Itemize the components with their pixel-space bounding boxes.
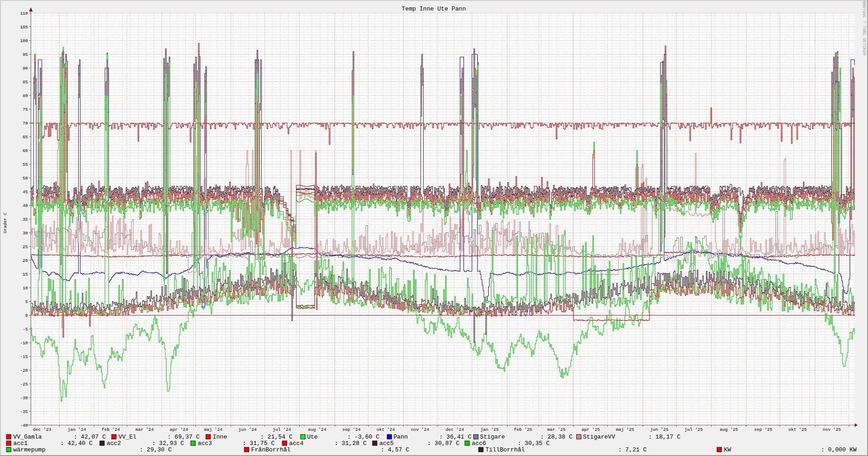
svg-text:feb '24: feb '24 [102,427,120,432]
svg-text:40: 40 [23,203,28,208]
svg-text:90: 90 [23,66,28,71]
svg-text:-30: -30 [20,396,28,401]
svg-text:25: 25 [23,244,28,250]
svg-text:: 7,21 C: : 7,21 C [618,446,647,453]
svg-text:-40: -40 [20,423,28,428]
svg-text:110: 110 [20,11,28,16]
svg-text:: 32,93 C: : 32,93 C [152,440,184,447]
svg-text:Grader C: Grader C [3,212,8,233]
svg-text:maj '25: maj '25 [616,427,634,432]
svg-text:Stigare: Stigare [480,434,505,440]
svg-text:: 30,35 C: : 30,35 C [518,440,550,447]
svg-text:acc4: acc4 [289,440,303,447]
svg-text:Temp Inne Ute Pann: Temp Inne Ute Pann [402,5,466,12]
svg-text:: 42,40 C: : 42,40 C [60,440,92,447]
svg-text:aug '25: aug '25 [720,427,738,432]
svg-text:Pann: Pann [394,434,408,440]
svg-text:Inne: Inne [213,434,227,440]
svg-text:jul '24: jul '24 [273,427,291,432]
svg-text:: 29,30 C: : 29,30 C [140,446,172,453]
svg-text:VV_Gamla: VV_Gamla [13,434,42,440]
svg-text:maj '24: maj '24 [204,427,222,432]
svg-text:acc1: acc1 [13,440,27,447]
svg-text:KW: KW [724,446,731,453]
svg-text:sep '24: sep '24 [342,427,361,432]
svg-text:RRDTOOL / TOBI OETIKER: RRDTOOL / TOBI OETIKER [862,1,866,55]
svg-text:100: 100 [20,38,28,43]
svg-text:95: 95 [23,52,28,57]
svg-text:acc6: acc6 [472,440,486,447]
svg-text:apr '24: apr '24 [170,427,188,432]
svg-text:sep '25: sep '25 [754,427,772,432]
svg-text:jun '25: jun '25 [650,427,669,432]
svg-text:: 4,57 C: : 4,57 C [381,446,410,453]
svg-text:acc3: acc3 [198,440,212,447]
svg-text:feb '25: feb '25 [514,427,532,432]
svg-text:: 36,41 C: : 36,41 C [439,434,471,440]
svg-text:Ute: Ute [307,434,318,440]
svg-text:okt '24: okt '24 [377,427,395,432]
svg-text:65: 65 [23,135,28,140]
svg-text:VV_El: VV_El [119,434,136,440]
svg-text:: 0,000 KW: : 0,000 KW [821,446,857,453]
svg-text:80: 80 [23,93,28,98]
svg-text:: 30,87 C: : 30,87 C [427,440,459,447]
svg-text:: 31,75 C: : 31,75 C [243,440,275,447]
svg-text:: 21,54 C: : 21,54 C [260,434,292,440]
svg-text:FrånBorrhål: FrånBorrhål [251,446,291,453]
svg-text:-20: -20 [20,368,28,373]
svg-text:55: 55 [23,162,28,167]
svg-text:-35: -35 [20,409,28,414]
svg-text:20: 20 [23,258,28,263]
svg-text:mar '24: mar '24 [135,427,154,432]
svg-text:: 18,17 C: : 18,17 C [648,434,680,440]
svg-text:TillBorrhål: TillBorrhål [485,446,525,453]
svg-text:50: 50 [23,176,28,181]
svg-text:15: 15 [23,272,28,277]
svg-text:jun '24: jun '24 [238,427,257,432]
svg-text:: 31,28 C: : 31,28 C [334,440,367,447]
svg-text:nov '25: nov '25 [823,427,841,432]
svg-text:okt '25: okt '25 [788,427,807,432]
svg-text:-15: -15 [20,354,28,359]
svg-text:jan '25: jan '25 [480,427,499,432]
svg-text:acc2: acc2 [107,440,121,447]
svg-text:: 42,07 C: : 42,07 C [74,434,106,440]
svg-text:: -3,60 C: : -3,60 C [347,434,379,440]
svg-text:aug '24: aug '24 [308,427,326,432]
svg-text:5: 5 [25,299,28,304]
svg-text:nov '24: nov '24 [411,427,429,432]
svg-text:60: 60 [23,148,28,153]
svg-text:StigareVV: StigareVV [583,434,615,440]
svg-text:35: 35 [23,217,28,222]
svg-text:0: 0 [25,313,28,318]
svg-text:105: 105 [20,25,28,30]
svg-text:: 69,37 C: : 69,37 C [167,434,199,440]
svg-text:-25: -25 [20,382,28,387]
svg-text:85: 85 [23,80,28,85]
svg-text:-10: -10 [20,341,28,346]
svg-text:-5: -5 [23,327,28,332]
svg-text:45: 45 [23,190,28,195]
svg-text:apr '25: apr '25 [582,427,600,432]
svg-text:wärmepump: wärmepump [13,446,45,453]
svg-text:: 28,38 C: : 28,38 C [540,434,572,440]
svg-text:jan '24: jan '24 [68,427,86,432]
svg-text:mar '25: mar '25 [547,427,566,432]
svg-text:10: 10 [23,286,28,291]
svg-text:dec '24: dec '24 [446,427,464,432]
svg-text:30: 30 [23,231,28,236]
svg-text:dec '23: dec '23 [33,427,51,432]
svg-text:acc5: acc5 [379,440,394,447]
svg-text:75: 75 [23,107,28,112]
svg-text:jul '25: jul '25 [685,427,703,432]
svg-text:70: 70 [23,121,28,126]
